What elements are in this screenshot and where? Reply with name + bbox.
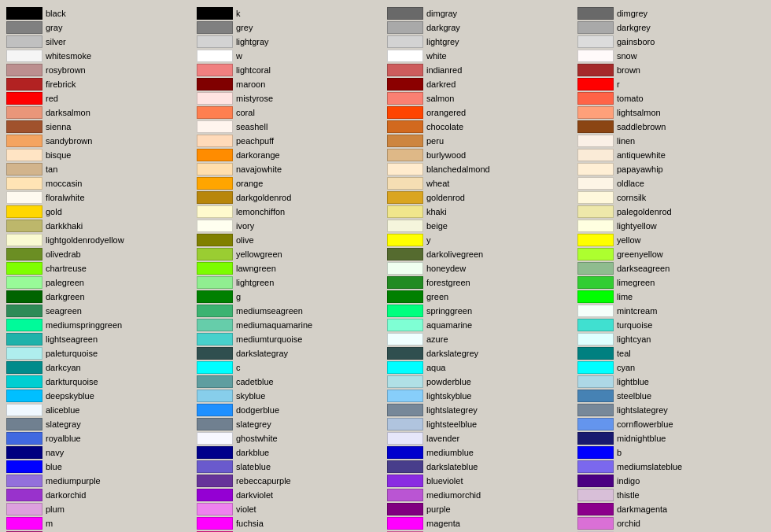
color-swatch — [6, 135, 42, 147]
color-row: chartreuse — [6, 261, 194, 275]
color-row: green — [387, 290, 574, 303]
color-row: azure — [387, 332, 574, 345]
color-label: firebrick — [46, 79, 76, 89]
color-label: antiquewhite — [617, 150, 666, 160]
color-row: orange — [197, 176, 384, 190]
color-row: oldlace — [577, 176, 765, 190]
color-label: oldlace — [617, 179, 644, 188]
color-swatch — [197, 220, 233, 232]
color-label: lightyellow — [617, 221, 657, 231]
color-label: mediumpurple — [46, 476, 101, 486]
color-row: tomato — [577, 91, 765, 105]
color-label: lightgoldenrodyellow — [46, 235, 124, 245]
color-row: bisque — [6, 148, 194, 161]
color-label: seagreen — [46, 306, 82, 316]
color-row: darkslateblue — [387, 460, 574, 473]
color-row: antiquewhite — [577, 148, 765, 161]
color-swatch — [197, 347, 233, 360]
color-row: lime — [577, 290, 765, 303]
color-row: coral — [197, 105, 384, 119]
color-swatch — [387, 460, 423, 473]
color-swatch — [6, 503, 42, 515]
color-label: magenta — [426, 519, 460, 528]
color-label: darkgrey — [617, 23, 651, 32]
color-swatch — [387, 418, 423, 430]
color-swatch — [197, 319, 233, 331]
color-row: blanchedalmond — [387, 162, 574, 175]
color-row: darkgreen — [6, 290, 194, 303]
color-label: mediumaquamarine — [236, 320, 312, 330]
color-swatch — [577, 475, 614, 487]
color-swatch — [6, 248, 42, 260]
color-label: floralwhite — [46, 193, 85, 202]
color-swatch — [6, 361, 42, 374]
color-label: lightcoral — [236, 65, 271, 75]
color-swatch — [387, 92, 423, 105]
color-label: yellow — [617, 235, 641, 245]
color-row: turquoise — [577, 318, 765, 331]
color-swatch — [577, 418, 614, 430]
color-row: mediumturquoise — [197, 332, 384, 345]
color-label: mistyrose — [236, 94, 273, 103]
color-label: greenyellow — [617, 249, 663, 259]
color-swatch — [577, 106, 614, 119]
color-swatch — [577, 120, 614, 133]
color-row: gainsboro — [577, 35, 765, 48]
color-row: k — [197, 6, 384, 20]
color-swatch — [197, 503, 233, 515]
color-swatch — [387, 262, 423, 275]
color-row: deepskyblue — [6, 389, 194, 402]
color-swatch — [6, 78, 42, 91]
color-swatch — [577, 446, 614, 459]
color-swatch — [387, 347, 423, 360]
color-label: darkslateblue — [426, 462, 478, 471]
color-row: firebrick — [6, 77, 194, 91]
color-row: red — [6, 91, 194, 105]
color-label: gainsboro — [617, 37, 655, 46]
color-label: darkcyan — [46, 363, 81, 372]
color-label: g — [236, 292, 241, 301]
column-4: dimgreydarkgreygainsborosnowbrownrtomato… — [577, 6, 765, 532]
color-label: m — [46, 519, 53, 528]
color-row: darkcyan — [6, 360, 194, 374]
color-row: dimgrey — [577, 6, 765, 20]
color-row: slategray — [6, 417, 194, 430]
color-row: snow — [577, 49, 765, 62]
color-swatch — [197, 50, 233, 62]
color-row: yellowgreen — [197, 247, 384, 260]
color-row: rosybrown — [6, 63, 194, 76]
color-label: silver — [46, 37, 66, 46]
color-swatch — [197, 7, 233, 20]
color-label: cornsilk — [617, 193, 646, 202]
color-swatch — [6, 177, 42, 190]
color-swatch — [387, 375, 423, 388]
color-swatch — [577, 262, 614, 275]
color-label: whitesmoke — [46, 51, 91, 61]
color-label: wheat — [426, 179, 449, 188]
color-label: plum — [46, 504, 65, 514]
color-label: springgreen — [426, 306, 472, 316]
color-row: navajowhite — [197, 162, 384, 175]
color-swatch — [197, 432, 233, 445]
color-label: darkturquoise — [46, 377, 98, 386]
color-row: mediumaquamarine — [197, 318, 384, 331]
color-swatch — [6, 347, 42, 360]
color-row: lavender — [387, 431, 574, 445]
color-swatch — [197, 135, 233, 147]
color-label: darkblue — [236, 448, 269, 457]
color-swatch — [577, 35, 614, 48]
color-row: mediumpurple — [6, 474, 194, 487]
color-swatch — [387, 191, 423, 204]
color-row: mediumslateblue — [577, 460, 765, 473]
color-row: mediumorchid — [387, 488, 574, 501]
color-swatch — [6, 149, 42, 161]
color-label: lawngreen — [236, 264, 276, 273]
color-row: seashell — [197, 120, 384, 133]
color-row: lemonchiffon — [197, 205, 384, 218]
color-row: lightgreen — [197, 275, 384, 289]
color-swatch — [197, 234, 233, 246]
color-row: r — [577, 77, 765, 91]
color-swatch — [387, 276, 423, 289]
color-label: slategray — [46, 419, 81, 429]
color-swatch — [197, 163, 233, 175]
